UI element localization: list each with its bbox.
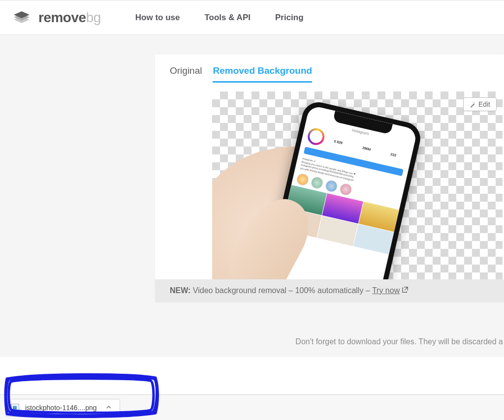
nav-how-to-use[interactable]: How to use — [135, 13, 180, 23]
tab-original[interactable]: Original — [170, 65, 202, 83]
discard-warning: Don't forget to download your files. The… — [295, 337, 503, 346]
ig-story — [339, 182, 353, 197]
ig-story — [310, 176, 324, 190]
chevron-up-icon[interactable] — [106, 403, 112, 412]
result-card: Original Removed Background Edit instagr… — [155, 55, 504, 302]
ig-following: 222 — [390, 152, 397, 156]
page-gap — [0, 357, 504, 394]
brand-logo[interactable]: removebg — [12, 10, 101, 26]
external-link-icon — [402, 286, 409, 295]
download-filename: istockphoto-1146....png — [25, 404, 97, 412]
ig-story — [296, 173, 310, 187]
nav-tools-api[interactable]: Tools & API — [204, 13, 251, 23]
promo-banner: NEW: Video background removal – 100% aut… — [155, 279, 504, 302]
browser-download-bar: istockphoto-1146....png — [0, 394, 504, 420]
tab-removed-background[interactable]: Removed Background — [213, 65, 312, 83]
content-area: Original Removed Background Edit instagr… — [0, 35, 504, 357]
banner-prefix: NEW: — [170, 286, 190, 295]
banner-text: Video background removal – 100% automati… — [190, 286, 372, 295]
banner-cta[interactable]: Try now — [372, 286, 400, 295]
image-file-icon — [11, 404, 19, 412]
layers-icon — [12, 10, 32, 25]
tabs-row: Original Removed Background — [155, 55, 504, 83]
ig-followers: 296M — [362, 146, 372, 151]
site-header: removebg How to use Tools & API Pricing — [0, 0, 504, 35]
ig-avatar — [306, 126, 326, 147]
brand-part1: remove — [38, 10, 86, 25]
ig-story — [324, 179, 339, 193]
main-nav: How to use Tools & API Pricing — [135, 13, 328, 23]
brand-part2: bg — [86, 10, 101, 25]
brand-text: removebg — [38, 10, 101, 26]
image-preview: Edit instagram 5 829 296M 222 — [212, 91, 503, 279]
ig-posts: 5 829 — [334, 139, 343, 145]
result-image: instagram 5 829 296M 222 instagram ✔Brin… — [212, 91, 503, 279]
download-chip[interactable]: istockphoto-1146....png — [6, 399, 120, 417]
nav-pricing[interactable]: Pricing — [275, 13, 304, 23]
